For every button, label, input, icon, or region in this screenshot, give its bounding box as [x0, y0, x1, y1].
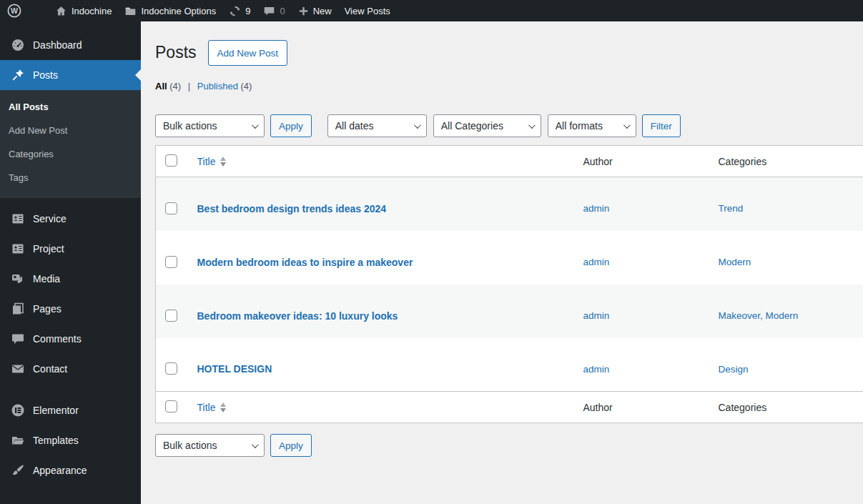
sidebar-item-contact[interactable]: Contact	[0, 354, 141, 384]
page-title: Posts	[155, 42, 197, 64]
comment-icon	[11, 332, 25, 346]
post-title-link[interactable]: HOTEL DESIGN	[197, 363, 272, 375]
envelope-icon	[11, 362, 25, 376]
plus-icon	[298, 6, 309, 16]
table-toolbar-top: Bulk actions Apply All dates All Categor…	[155, 114, 863, 137]
id-card-icon	[11, 212, 25, 226]
submenu-label: All Posts	[9, 102, 49, 112]
view-published-link[interactable]: Published	[197, 81, 238, 92]
main-content: Posts Add New Post All (4) | Published (…	[141, 21, 863, 504]
pages-icon	[11, 302, 25, 316]
svg-text:W: W	[11, 6, 18, 15]
sidebar-item-posts[interactable]: Posts	[0, 60, 141, 90]
chevron-down-icon	[414, 122, 421, 129]
bulk-actions-value: Bulk actions	[163, 120, 217, 132]
formats-filter-select[interactable]: All formats	[548, 114, 636, 137]
chevron-down-icon	[252, 122, 259, 129]
sidebar-item-label: Appearance	[33, 465, 87, 476]
post-author-link[interactable]: admin	[583, 310, 610, 321]
chevron-down-icon	[623, 122, 631, 129]
bulk-actions-select[interactable]: Bulk actions	[155, 114, 265, 137]
view-published-count: (4)	[241, 81, 252, 92]
filter-button[interactable]: Filter	[642, 114, 681, 137]
post-author-link[interactable]: admin	[583, 364, 610, 375]
row-checkbox[interactable]	[165, 256, 177, 268]
row-checkbox[interactable]	[165, 202, 177, 214]
categories-filter-select[interactable]: All Categories	[433, 114, 541, 137]
admin-sidebar: Dashboard Posts All Posts Add New Post C…	[0, 21, 141, 504]
site-name-menu[interactable]: Indochine	[49, 0, 118, 21]
submenu-item-all-posts[interactable]: All Posts	[0, 95, 141, 119]
options-menu[interactable]: Indochine Options	[118, 0, 222, 21]
sidebar-item-comments[interactable]: Comments	[0, 324, 141, 354]
sidebar-item-label: Pages	[33, 303, 61, 315]
comments-menu[interactable]: 0	[257, 0, 291, 21]
categories-filter-value: All Categories	[441, 120, 503, 132]
sidebar-item-project[interactable]: Project	[0, 234, 141, 264]
sidebar-item-label: Posts	[33, 69, 58, 81]
posts-submenu: All Posts Add New Post Categories Tags	[0, 90, 141, 198]
table-footer-row: Title Author Categories	[156, 392, 863, 423]
submenu-item-add-new-post[interactable]: Add New Post	[0, 119, 141, 142]
chevron-down-icon	[252, 441, 259, 448]
post-categories-link[interactable]: Trend	[719, 203, 744, 214]
table-toolbar-bottom: Bulk actions Apply	[155, 434, 863, 457]
sidebar-item-appearance[interactable]: Appearance	[0, 455, 141, 485]
title-column-sort[interactable]: Title	[197, 402, 227, 413]
post-categories-link[interactable]: Makeover, Modern	[719, 310, 799, 321]
table-header-row: Title Author Categories	[156, 146, 863, 177]
comment-count: 0	[280, 6, 285, 16]
view-all-count: (4)	[169, 81, 181, 92]
author-column-label: Author	[576, 146, 711, 177]
post-categories-link[interactable]: Design	[719, 364, 749, 375]
dates-filter-select[interactable]: All dates	[327, 114, 427, 137]
formats-filter-value: All formats	[556, 120, 603, 132]
row-checkbox[interactable]	[165, 362, 177, 375]
post-title-link[interactable]: Best bedroom design trends ideas 2024	[197, 203, 387, 214]
select-all-checkbox[interactable]	[165, 154, 177, 167]
add-new-post-button[interactable]: Add New Post	[208, 40, 288, 66]
sidebar-item-elementor[interactable]: Elementor	[0, 395, 141, 425]
title-column-sort[interactable]: Title	[197, 156, 227, 167]
table-row: HOTEL DESIGN admin Design	[156, 338, 863, 392]
view-posts-link[interactable]: View Posts	[338, 0, 397, 21]
admin-bar: W Indochine Indochine Options 9 0	[0, 0, 863, 21]
paintbrush-icon	[11, 463, 25, 478]
select-all-checkbox[interactable]	[165, 400, 177, 412]
view-separator: |	[188, 81, 190, 92]
author-column-label: Author	[576, 392, 711, 423]
sidebar-item-label: Service	[33, 213, 66, 224]
post-categories-link[interactable]: Modern	[719, 257, 751, 267]
submenu-item-categories[interactable]: Categories	[0, 142, 141, 166]
bulk-actions-select-bottom[interactable]: Bulk actions	[155, 434, 265, 457]
apply-button-bottom[interactable]: Apply	[270, 434, 312, 457]
update-icon	[229, 5, 241, 17]
table-row: Best bedroom design trends ideas 2024 ad…	[156, 177, 863, 231]
post-author-link[interactable]: admin	[583, 203, 610, 214]
apply-button[interactable]: Apply	[270, 114, 312, 137]
chevron-down-icon	[528, 122, 536, 129]
categories-column-label: Categories	[711, 392, 863, 423]
sidebar-item-media[interactable]: Media	[0, 264, 141, 294]
submenu-label: Categories	[9, 149, 54, 159]
post-title-link[interactable]: Bedroom makeover ideas: 10 luxury looks	[197, 310, 398, 322]
view-all-link[interactable]: All	[155, 81, 167, 92]
post-author-link[interactable]: admin	[583, 257, 610, 267]
submenu-item-tags[interactable]: Tags	[0, 166, 141, 189]
table-row: Bedroom makeover ideas: 10 luxury looks …	[156, 285, 863, 338]
sidebar-item-templates[interactable]: Templates	[0, 425, 141, 455]
sidebar-item-label: Contact	[33, 363, 67, 375]
sidebar-item-service[interactable]: Service	[0, 204, 141, 234]
wp-logo-menu[interactable]: W	[0, 0, 29, 21]
sidebar-item-pages[interactable]: Pages	[0, 294, 141, 324]
new-content-menu[interactable]: New	[292, 0, 338, 21]
site-name-label: Indochine	[71, 6, 112, 16]
dates-filter-value: All dates	[335, 120, 374, 132]
sidebar-item-dashboard[interactable]: Dashboard	[0, 30, 141, 60]
row-checkbox[interactable]	[165, 310, 177, 322]
post-title-link[interactable]: Modern bedroom ideas to inspire a makeov…	[197, 257, 413, 268]
update-count: 9	[245, 6, 250, 16]
updates-menu[interactable]: 9	[222, 0, 257, 21]
sidebar-item-label: Media	[33, 273, 60, 285]
view-posts-label: View Posts	[345, 6, 390, 16]
